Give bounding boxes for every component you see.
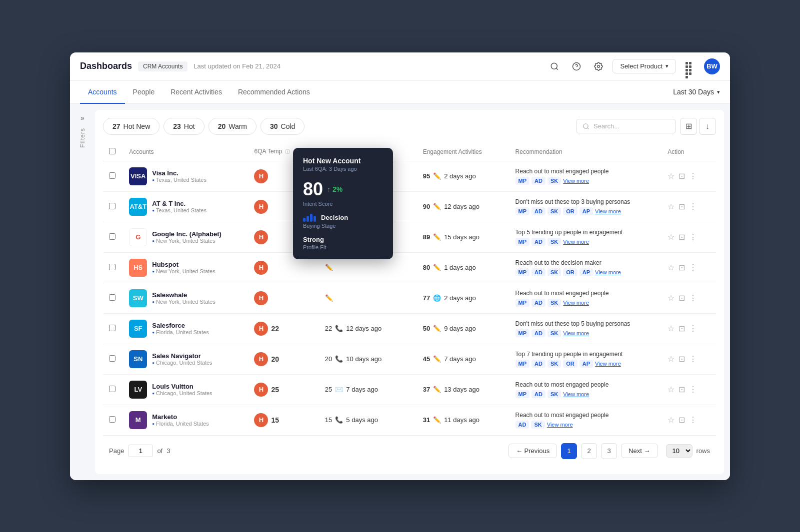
- table-row: M Marketo Florida, United States H 15 15…: [103, 405, 716, 435]
- rec-tag: SK: [548, 238, 561, 246]
- help-icon[interactable]: [568, 58, 584, 74]
- row-checkbox[interactable]: [109, 416, 116, 423]
- rec-link[interactable]: View more: [595, 208, 621, 214]
- copy-icon[interactable]: ⊡: [678, 324, 685, 333]
- filter-tab-hot[interactable]: 23 Hot: [164, 118, 204, 135]
- star-icon[interactable]: ☆: [668, 202, 674, 211]
- copy-icon[interactable]: ⊡: [678, 263, 685, 272]
- tooltip-stage: Decision: [303, 214, 383, 222]
- qa-info-icon: ⓘ: [285, 149, 290, 154]
- filter-tab-cold[interactable]: 30 Cold: [260, 118, 304, 135]
- star-icon[interactable]: ☆: [668, 293, 674, 303]
- tab-recommended-actions[interactable]: Recommended Actions: [230, 81, 318, 104]
- prev-button[interactable]: ← Previous: [508, 444, 557, 458]
- row-checkbox[interactable]: [109, 325, 116, 331]
- search-box[interactable]: Search...: [576, 119, 676, 133]
- rec-link[interactable]: View more: [563, 178, 589, 184]
- engage-icon: ✏️: [433, 172, 441, 180]
- select-all-checkbox[interactable]: [109, 148, 116, 154]
- qa-cell: H: [248, 283, 318, 313]
- rec-tag: OR: [563, 207, 578, 215]
- columns-view-button[interactable]: ⊞: [680, 118, 697, 135]
- copy-icon[interactable]: ⊡: [678, 415, 685, 425]
- account-location: Texas, United States: [152, 177, 206, 183]
- more-icon[interactable]: ⋮: [689, 171, 697, 181]
- sales-count: 20: [325, 355, 332, 363]
- page-num-2[interactable]: 2: [581, 443, 597, 459]
- more-icon[interactable]: ⋮: [689, 324, 697, 333]
- engage-age: 2 days ago: [444, 172, 476, 180]
- rec-link[interactable]: View more: [563, 330, 589, 336]
- main-content: 27 Hot New 23 Hot 20 Warm 30 Cold: [95, 110, 724, 474]
- th-action: Action: [662, 143, 716, 161]
- next-button[interactable]: Next →: [621, 444, 658, 458]
- qa-badge: H: [254, 413, 268, 427]
- copy-icon[interactable]: ⊡: [678, 171, 685, 181]
- rec-link[interactable]: View more: [547, 422, 573, 428]
- svg-point-0: [552, 63, 558, 69]
- download-button[interactable]: ↓: [699, 118, 716, 135]
- account-logo: HS: [129, 259, 147, 277]
- rec-cell: Reach out to most engaged people MPADSK …: [510, 161, 662, 191]
- copy-icon[interactable]: ⊡: [678, 202, 685, 211]
- more-icon[interactable]: ⋮: [689, 354, 697, 364]
- table-row: AT&T AT & T Inc. Texas, United States H …: [103, 191, 716, 222]
- star-icon[interactable]: ☆: [668, 263, 674, 272]
- engage-count: 37: [423, 386, 430, 393]
- more-icon[interactable]: ⋮: [689, 202, 697, 211]
- star-icon[interactable]: ☆: [668, 324, 674, 333]
- copy-icon[interactable]: ⊡: [678, 385, 685, 394]
- qa-badge: H: [254, 200, 268, 214]
- tooltip-fit-label: Strong: [303, 236, 383, 243]
- row-checkbox[interactable]: [109, 203, 116, 209]
- account-name: Marketo: [152, 413, 209, 421]
- rec-link[interactable]: View more: [595, 361, 621, 367]
- rec-tag: SK: [548, 207, 561, 215]
- copy-icon[interactable]: ⊡: [678, 293, 685, 303]
- star-icon[interactable]: ☆: [668, 415, 674, 425]
- rec-link[interactable]: View more: [563, 239, 589, 245]
- more-icon[interactable]: ⋮: [689, 293, 697, 303]
- rec-link[interactable]: View more: [563, 391, 589, 397]
- tab-accounts[interactable]: Accounts: [80, 81, 125, 104]
- select-product-button[interactable]: Select Product: [612, 59, 676, 73]
- filter-tab-hot-new[interactable]: 27 Hot New: [103, 118, 160, 135]
- grid-apps-icon[interactable]: [682, 58, 698, 74]
- page-num-3[interactable]: 3: [601, 443, 617, 459]
- tab-people[interactable]: People: [125, 81, 163, 104]
- filter-tab-warm[interactable]: 20 Warm: [208, 118, 256, 135]
- date-filter-button[interactable]: Last 30 Days: [673, 83, 720, 101]
- rows-select[interactable]: 10 20 50: [666, 444, 692, 458]
- search-icon[interactable]: [546, 58, 562, 74]
- more-icon[interactable]: ⋮: [689, 232, 697, 242]
- tab-recent-activities[interactable]: Recent Activities: [162, 81, 230, 104]
- copy-icon[interactable]: ⊡: [678, 232, 685, 242]
- row-checkbox[interactable]: [109, 172, 116, 179]
- row-checkbox[interactable]: [109, 264, 116, 270]
- star-icon[interactable]: ☆: [668, 385, 674, 394]
- star-icon[interactable]: ☆: [668, 171, 674, 181]
- row-checkbox[interactable]: [109, 294, 116, 301]
- more-icon[interactable]: ⋮: [689, 263, 697, 272]
- settings-icon[interactable]: [590, 58, 606, 74]
- rec-text: Reach out to most engaged people: [516, 290, 656, 297]
- row-checkbox[interactable]: [109, 355, 116, 362]
- star-icon[interactable]: ☆: [668, 232, 674, 242]
- more-icon[interactable]: ⋮: [689, 415, 697, 425]
- rec-link[interactable]: View more: [595, 269, 621, 275]
- more-icon[interactable]: ⋮: [689, 385, 697, 394]
- collapse-icon: »: [80, 114, 84, 122]
- page-num-1[interactable]: 1: [561, 443, 577, 459]
- copy-icon[interactable]: ⊡: [678, 354, 685, 364]
- row-checkbox[interactable]: [109, 386, 116, 392]
- engage-cell: 77 🌐 2 days ago: [417, 283, 510, 313]
- tooltip-score-value: 80 ↑ 2%: [303, 179, 383, 200]
- rec-link[interactable]: View more: [563, 300, 589, 306]
- row-checkbox[interactable]: [109, 233, 116, 240]
- page-input[interactable]: [128, 445, 153, 457]
- star-icon[interactable]: ☆: [668, 354, 674, 364]
- engage-cell: 50 ✏️ 9 days ago: [417, 313, 510, 344]
- account-location: Chicago, United States: [152, 390, 212, 396]
- user-avatar[interactable]: BW: [704, 58, 720, 74]
- sidebar-toggle[interactable]: » Filters: [70, 104, 95, 480]
